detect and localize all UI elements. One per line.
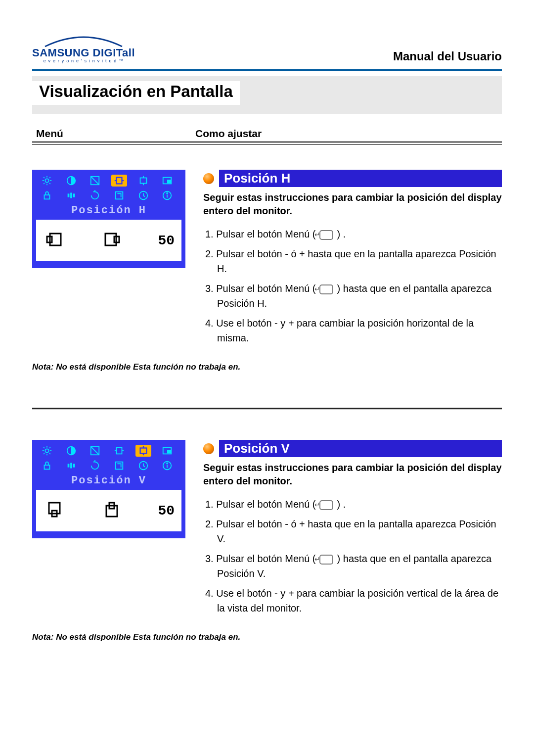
volume-icon xyxy=(63,189,79,201)
bullet-icon xyxy=(203,173,214,184)
osd-adjust-area: 50 xyxy=(36,220,181,261)
svg-rect-37 xyxy=(44,465,50,469)
v-position-icon xyxy=(135,445,151,457)
step-text: Pulsar el botón Menú ( xyxy=(216,553,315,564)
osd-value: 50 xyxy=(158,233,175,248)
brand-text: SAMSUNG DIGITall xyxy=(32,47,135,58)
step-3: Pulsar el botón Menú ( ↵ ) hasta que en … xyxy=(205,281,502,311)
section-title: Posición H xyxy=(219,170,502,187)
menu-button-icon: ↵ xyxy=(319,230,333,240)
header: SAMSUNG DIGITall e v e r y o n e ' s i n… xyxy=(32,35,502,63)
section-title-row: Posición H xyxy=(203,170,502,187)
svg-rect-4 xyxy=(117,178,122,184)
pip-icon xyxy=(159,445,175,457)
osd-icon-grid xyxy=(36,444,181,473)
section-divider xyxy=(32,410,502,410)
contrast-icon xyxy=(63,175,79,187)
col-header-adjust: Como ajustar xyxy=(176,128,502,140)
osd-label: Posición V xyxy=(36,473,181,490)
svg-rect-32 xyxy=(140,448,146,454)
svg-rect-39 xyxy=(70,463,72,469)
step-text: ) . xyxy=(337,229,346,239)
section-v-content: Posición V Seguir estas instrucciones pa… xyxy=(203,440,502,620)
note-v: Nota: No está disponible Esta función no… xyxy=(32,632,502,642)
note-h: Nota: No está disponible Esta función no… xyxy=(32,362,502,372)
brightness-icon xyxy=(39,175,55,187)
svg-point-0 xyxy=(45,179,48,182)
osd-adjust-area: 50 xyxy=(36,490,181,531)
step-4: Use el botón - y + para cambiar la posic… xyxy=(205,586,502,615)
steps-list: Pulsar el botón Menú ( ↵ ) . Pulsar el b… xyxy=(203,227,502,345)
column-headers: Menú Como ajustar xyxy=(32,128,502,140)
osd-icon-grid xyxy=(36,174,181,203)
lock-icon xyxy=(39,189,55,201)
svg-rect-11 xyxy=(168,180,171,183)
section-subtitle: Seguir estas instrucciones para cambiar … xyxy=(203,461,502,488)
info-icon xyxy=(159,189,175,201)
section-h-content: Posición H Seguir estas instrucciones pa… xyxy=(203,170,502,350)
section-subtitle: Seguir estas instrucciones para cambiar … xyxy=(203,191,502,218)
svg-rect-16 xyxy=(116,192,123,199)
reset-icon xyxy=(87,189,103,201)
focus-icon xyxy=(87,445,103,457)
header-divider xyxy=(32,69,502,71)
svg-rect-48 xyxy=(106,506,117,517)
h-position-icon xyxy=(111,445,127,457)
osd-panel-v: Posición V 50 xyxy=(32,440,185,538)
step-2: Pulsar el botón - ó + hasta que en la pa… xyxy=(205,517,502,546)
reset-icon xyxy=(87,460,103,472)
step-text: Pulsar el botón Menú ( xyxy=(216,499,315,510)
h-position-icon xyxy=(111,175,127,187)
svg-point-45 xyxy=(167,463,168,464)
divider xyxy=(32,142,502,142)
brand-tagline: e v e r y o n e ' s i n v i t e d ™ xyxy=(44,58,124,63)
size-icon xyxy=(111,460,127,472)
osd-value: 50 xyxy=(158,503,175,519)
svg-rect-46 xyxy=(49,503,60,514)
step-1: Pulsar el botón Menú ( ↵ ) . xyxy=(205,497,502,512)
menu-button-icon: ↵ xyxy=(319,555,333,565)
pip-icon xyxy=(159,175,175,187)
divider xyxy=(32,144,502,145)
osd-panel-h: Posición H 50 xyxy=(32,170,185,268)
svg-rect-40 xyxy=(73,464,75,467)
svg-rect-41 xyxy=(116,462,123,470)
svg-rect-13 xyxy=(67,193,69,197)
svg-rect-29 xyxy=(117,448,122,454)
size-icon xyxy=(111,189,127,201)
svg-rect-12 xyxy=(44,195,50,199)
col-header-menu: Menú xyxy=(32,128,176,140)
shift-right-icon xyxy=(100,231,123,250)
svg-rect-14 xyxy=(70,193,72,198)
shift-left-icon xyxy=(43,231,66,250)
step-text: ) . xyxy=(337,499,346,510)
shift-up-icon xyxy=(100,501,123,520)
bullet-icon xyxy=(203,443,214,454)
section-divider xyxy=(32,408,502,409)
svg-line-3 xyxy=(91,177,99,185)
page-title: Visualización en Pantalla xyxy=(32,81,240,105)
section-title: Posición V xyxy=(219,440,502,457)
menu-button-icon: ↵ xyxy=(319,500,333,510)
section-title-row: Posición V xyxy=(203,440,502,457)
shift-down-icon xyxy=(43,501,66,520)
osd-label: Posición H xyxy=(36,203,181,220)
contrast-icon xyxy=(63,445,79,457)
section-posicion-h: Posición H 50 Posición H Seguir estas in… xyxy=(32,170,502,350)
logo-arc-icon xyxy=(44,35,123,47)
section-posicion-v: Posición V 50 Posición V Seguir estas in… xyxy=(32,440,502,620)
svg-point-20 xyxy=(167,193,168,194)
info-icon xyxy=(159,460,175,472)
svg-line-28 xyxy=(91,447,99,455)
step-text: Pulsar el botón Menú ( xyxy=(216,229,315,239)
step-3: Pulsar el botón Menú ( ↵ ) hasta que en … xyxy=(205,551,502,581)
svg-rect-7 xyxy=(140,178,146,184)
svg-rect-15 xyxy=(73,193,75,197)
focus-icon xyxy=(87,175,103,187)
brand-logo: SAMSUNG DIGITall e v e r y o n e ' s i n… xyxy=(32,35,135,63)
step-2: Pulsar el botón - ó + hasta que en la pa… xyxy=(205,246,502,276)
lock-icon xyxy=(39,460,55,472)
v-position-icon xyxy=(135,175,151,187)
page-title-bar: Visualización en Pantalla xyxy=(32,76,502,114)
step-4: Use el botón - y + para cambiar la posic… xyxy=(205,316,502,345)
